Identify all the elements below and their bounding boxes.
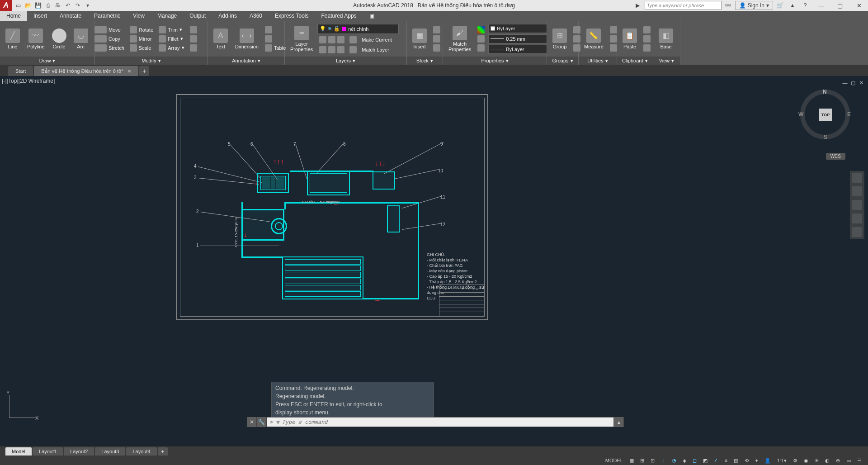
status-cleanscreen-icon[interactable]: ▭	[844, 458, 853, 464]
menu-focus-icon[interactable]: ▣	[363, 11, 381, 21]
menu-featured[interactable]: Featured Apps	[315, 11, 363, 21]
status-annodisp-icon[interactable]: ✳	[813, 458, 821, 464]
layer-make-current[interactable]: Make Current	[317, 36, 399, 44]
panel-groups-title[interactable]: Groups ▾	[547, 57, 578, 65]
qat-redo-icon[interactable]: ↷	[73, 1, 82, 10]
tool-dimension[interactable]: ⟷Dimension	[232, 28, 261, 50]
status-hardware-icon[interactable]: ⊕	[834, 458, 842, 464]
tool-base[interactable]: ◧Base	[656, 28, 676, 50]
tool-polyline[interactable]: 〰Polyline	[24, 28, 47, 50]
tool-cut[interactable]	[642, 26, 652, 34]
panel-layers-title[interactable]: Layers ▾	[285, 57, 406, 65]
menu-express[interactable]: Express Tools	[269, 11, 315, 21]
tool-layer-properties[interactable]: ≣LayerProperties	[288, 25, 316, 53]
tool-scale[interactable]: Scale	[128, 44, 155, 52]
minimize-button[interactable]: —	[812, 0, 830, 11]
tool-circle[interactable]: ◯Circle	[49, 28, 69, 50]
tool-create-block[interactable]	[431, 26, 442, 34]
tool-erase[interactable]	[188, 26, 199, 34]
status-osnap-icon[interactable]: ◻	[691, 458, 698, 464]
tool-explode[interactable]	[188, 35, 199, 43]
panel-annotation-title[interactable]: Annotation ▾	[208, 57, 284, 65]
tool-match-properties[interactable]: 🖌MatchProperties	[446, 25, 474, 53]
status-iso-icon[interactable]: ◈	[681, 458, 688, 464]
menu-addins[interactable]: Add-ins	[212, 11, 243, 21]
tool-lw-list[interactable]	[476, 35, 486, 43]
status-isolate-icon[interactable]: ◐	[823, 458, 831, 464]
qat-open-icon[interactable]: 📂	[24, 1, 33, 10]
tool-mirror[interactable]: Mirror	[128, 35, 155, 43]
cmd-customize-icon[interactable]: 🔧	[257, 417, 267, 427]
status-scale[interactable]: 1:1 ▾	[775, 458, 788, 464]
menu-a360[interactable]: A360	[243, 11, 269, 21]
panel-properties-title[interactable]: Properties ▾	[443, 57, 547, 65]
search-input[interactable]: Type a keyword or phrase	[645, 1, 722, 10]
panel-block-title[interactable]: Block ▾	[407, 57, 443, 65]
status-polar-icon[interactable]: ◔	[670, 458, 678, 464]
layer-match[interactable]: Match Layer	[317, 46, 399, 54]
tool-paste[interactable]: 📋Paste	[620, 28, 640, 50]
panel-view-title[interactable]: View ▾	[653, 57, 680, 65]
nav-pan-icon[interactable]	[852, 186, 862, 196]
qat-dropdown-icon[interactable]: ▾	[83, 1, 92, 10]
viewcube[interactable]: TOP N S E W	[800, 90, 850, 139]
tool-colors[interactable]	[476, 26, 486, 34]
viewcube-n[interactable]: N	[823, 89, 827, 95]
tool-clipbrd[interactable]	[642, 44, 652, 52]
tool-text[interactable]: AText	[211, 28, 231, 50]
viewport-label[interactable]: [-][Top][2D Wireframe]	[2, 78, 55, 84]
status-annomonitor-icon[interactable]: +	[753, 458, 760, 463]
tool-arc[interactable]: ◡Arc	[71, 28, 91, 50]
lineweight-dropdown[interactable]: 0.25 mm	[488, 34, 547, 43]
tool-mleader[interactable]	[263, 35, 288, 43]
nav-wheel-icon[interactable]	[852, 173, 862, 183]
status-otrack-icon[interactable]: ∠	[712, 458, 720, 464]
status-snap-icon[interactable]: ⊞	[638, 458, 646, 464]
linetype-dropdown[interactable]: ByLayer	[488, 45, 547, 54]
menu-parametric[interactable]: Parametric	[88, 11, 127, 21]
panel-draw-title[interactable]: Draw ▾	[0, 57, 94, 65]
command-input[interactable]	[280, 419, 611, 425]
status-transparency-icon[interactable]: ▨	[732, 458, 740, 464]
tool-measure[interactable]: 📏Measure	[581, 28, 606, 50]
help-icon[interactable]: ?	[799, 0, 811, 10]
tool-offset[interactable]	[188, 44, 199, 52]
status-gear-icon[interactable]: ⚙	[791, 458, 799, 464]
tool-rotate[interactable]: Rotate	[128, 26, 155, 34]
menu-output[interactable]: Output	[183, 11, 212, 21]
tool-lt-list[interactable]	[476, 44, 486, 52]
tool-trim[interactable]: Trim ▾	[157, 26, 186, 34]
vp-close-icon[interactable]: ✕	[858, 80, 864, 86]
signin-button[interactable]: 👤 Sign In ▾	[735, 1, 773, 10]
qat-undo-icon[interactable]: ↶	[63, 1, 72, 10]
cmd-close-icon[interactable]: ✕	[247, 417, 257, 427]
status-cycling-icon[interactable]: ⟲	[743, 458, 750, 464]
layout-tab-1[interactable]: Layout1	[33, 447, 63, 456]
tool-stretch[interactable]: Stretch	[98, 44, 126, 52]
panel-clipboard-title[interactable]: Clipboard ▾	[617, 57, 653, 65]
layer-dropdown[interactable]: 💡 ❄ 🔓 nét chính	[317, 24, 399, 34]
viewcube-e[interactable]: E	[847, 111, 851, 118]
wcs-badge[interactable]: WCS	[826, 153, 845, 160]
vp-maximize-icon[interactable]: ▢	[850, 80, 856, 86]
menu-annotate[interactable]: Annotate	[53, 11, 88, 21]
file-tab-current[interactable]: Bản vẽ Hệ thống Điều hòa trên ô tô* ✕	[34, 66, 138, 76]
color-dropdown[interactable]: ByLayer	[488, 24, 547, 33]
close-button[interactable]: ✕	[850, 0, 868, 11]
tool-copyclip[interactable]	[642, 35, 652, 43]
tool-insert-block[interactable]: ▦Insert	[410, 28, 429, 50]
cmd-recent-icon[interactable]: ▴	[614, 417, 624, 427]
tab-close-icon[interactable]: ✕	[127, 69, 131, 74]
status-annoscale-icon[interactable]: 👤	[763, 458, 773, 464]
tool-line[interactable]: ╱Line	[3, 28, 23, 50]
menu-view[interactable]: View	[127, 11, 151, 21]
layout-tab-4[interactable]: Layout4	[126, 447, 156, 456]
status-grid-icon[interactable]: ▦	[627, 458, 636, 464]
status-customize-icon[interactable]: ☰	[855, 458, 863, 464]
viewport[interactable]: [-][Top][2D Wireframe] — ▢ ✕ TOP N S E W…	[0, 76, 868, 446]
layout-tab-model[interactable]: Model	[5, 447, 32, 456]
panel-modify-title[interactable]: Modify ▾	[95, 57, 208, 65]
layout-tab-3[interactable]: Layout3	[95, 447, 125, 456]
menu-home[interactable]: Home	[0, 11, 27, 21]
menu-insert[interactable]: Insert	[27, 11, 53, 21]
